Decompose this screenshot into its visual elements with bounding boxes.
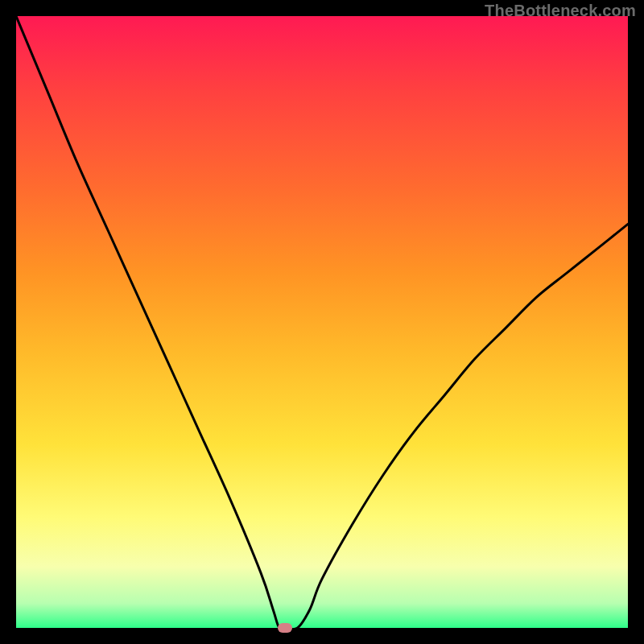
chart-frame: TheBottleneck.com: [0, 0, 644, 644]
optimum-marker: [278, 623, 292, 633]
plot-area: [16, 16, 628, 628]
bottleneck-curve: [16, 16, 628, 628]
